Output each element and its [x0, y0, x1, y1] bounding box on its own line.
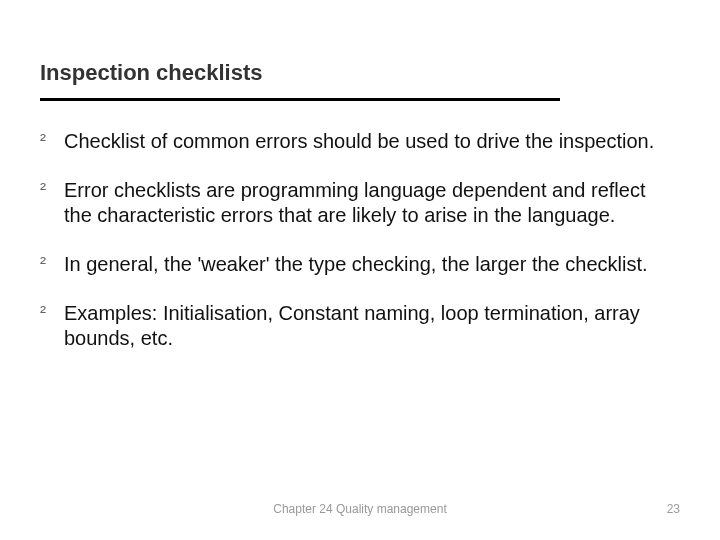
title-rule: [40, 98, 560, 101]
bullet-text: Error checklists are programming languag…: [64, 179, 645, 226]
page-number: 23: [667, 502, 680, 516]
bullet-text: Checklist of common errors should be use…: [64, 130, 654, 152]
list-item: ² Examples: Initialisation, Constant nam…: [40, 301, 670, 351]
bullet-marker-icon: ²: [40, 301, 46, 324]
bullet-text: In general, the 'weaker' the type checki…: [64, 253, 648, 275]
page-title: Inspection checklists: [40, 60, 670, 86]
slide: Inspection checklists ² Checklist of com…: [0, 0, 720, 540]
bullet-marker-icon: ²: [40, 178, 46, 201]
list-item: ² In general, the 'weaker' the type chec…: [40, 252, 670, 277]
bullet-marker-icon: ²: [40, 129, 46, 152]
bullet-list: ² Checklist of common errors should be u…: [40, 129, 670, 351]
list-item: ² Checklist of common errors should be u…: [40, 129, 670, 154]
bullet-marker-icon: ²: [40, 252, 46, 275]
list-item: ² Error checklists are programming langu…: [40, 178, 670, 228]
bullet-text: Examples: Initialisation, Constant namin…: [64, 302, 640, 349]
footer-chapter: Chapter 24 Quality management: [0, 502, 720, 516]
